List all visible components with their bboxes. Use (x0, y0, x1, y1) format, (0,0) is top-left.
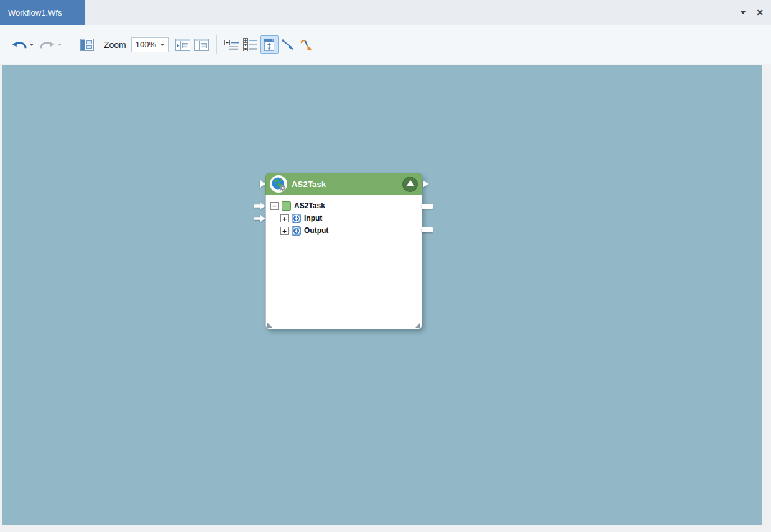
bar-connector-icon (422, 227, 433, 232)
close-icon[interactable]: ✕ (756, 8, 764, 17)
curved-connector-button[interactable] (297, 35, 316, 54)
resize-grip-bottom-right[interactable] (415, 323, 420, 328)
undo-icon (11, 39, 27, 50)
straight-connector-icon (280, 38, 295, 52)
node-body: − AS2Task + Input (265, 195, 422, 329)
bar-connector-icon (422, 204, 433, 209)
collapse-all-button[interactable] (223, 35, 241, 54)
tab-list-dropdown-icon[interactable] (740, 11, 746, 14)
arrow-right-icon (423, 180, 428, 188)
node-collapse-button[interactable] (402, 177, 418, 192)
collapse-expander-icon[interactable]: − (270, 202, 279, 210)
expand-all-button[interactable] (241, 35, 260, 54)
node-flow-out-port[interactable] (423, 180, 428, 188)
as2task-globe-gear-icon (270, 175, 287, 193)
expand-all-icon (243, 38, 258, 51)
panel-icon (194, 39, 209, 51)
tree-label[interactable]: Output (304, 226, 328, 235)
expand-expander-icon[interactable]: + (280, 214, 289, 222)
auto-size-button[interactable] (260, 35, 279, 54)
undo-button[interactable] (10, 35, 29, 54)
page-layout-icon (80, 39, 94, 51)
redo-button[interactable] (38, 35, 57, 54)
redo-icon (39, 39, 55, 50)
workflow-canvas[interactable]: AS2Task − AS2Task + (2, 65, 762, 525)
as2task-node[interactable]: AS2Task − AS2Task + (265, 173, 422, 329)
task-square-icon (282, 201, 291, 211)
as2task-input-port[interactable] (254, 203, 265, 209)
auto-size-icon (264, 38, 275, 52)
arrow-right-icon (260, 180, 265, 188)
zoom-dropdown-icon (160, 44, 164, 46)
zoom-value: 100% (136, 40, 156, 49)
tree-row-output[interactable]: + Output (266, 224, 422, 237)
undo-dropdown-icon[interactable] (30, 44, 34, 46)
zoom-label: Zoom (104, 40, 126, 50)
page-setup-button[interactable] (78, 35, 96, 54)
tab-workflow1[interactable]: Workflow1.Wfs (0, 0, 85, 25)
node-flow-in-port[interactable] (260, 180, 265, 188)
tree-row-input[interactable]: + Input (266, 212, 422, 224)
tree-row-as2task[interactable]: − AS2Task (266, 200, 422, 212)
input-row-port[interactable] (254, 215, 265, 222)
toolbar-separator (72, 35, 72, 54)
show-parameters-panel-button[interactable] (173, 35, 192, 54)
curved-connector-icon (299, 38, 314, 52)
straight-connector-button[interactable] (279, 35, 297, 54)
parameter-icon (292, 226, 301, 236)
output-row-port[interactable] (422, 227, 433, 232)
tab-bar-controls: ✕ (740, 0, 771, 25)
tree-label[interactable]: Input (304, 214, 322, 222)
toolbar-separator (216, 35, 217, 54)
expand-expander-icon[interactable]: + (280, 227, 289, 235)
panel-arrow-icon (175, 39, 190, 51)
zoom-select[interactable]: 100% (131, 37, 169, 52)
designer-toolbar: Zoom 100% (0, 25, 771, 64)
as2task-output-port[interactable] (422, 204, 433, 209)
parameter-icon (292, 214, 301, 223)
arrow-right-icon (254, 203, 265, 209)
redo-dropdown-icon[interactable] (58, 44, 62, 46)
node-header[interactable]: AS2Task (265, 173, 422, 195)
arrow-right-icon (254, 215, 265, 222)
tree-label[interactable]: AS2Task (294, 201, 325, 210)
document-tab-bar: Workflow1.Wfs ✕ (0, 0, 771, 25)
tab-title: Workflow1.Wfs (8, 8, 62, 17)
hide-parameters-panel-button[interactable] (192, 35, 211, 54)
collapse-all-icon (224, 39, 239, 51)
node-title: AS2Task (292, 180, 326, 189)
resize-grip-bottom-left[interactable] (267, 323, 272, 328)
canvas-frame: AS2Task − AS2Task + (0, 64, 771, 532)
triangle-up-icon (406, 180, 415, 186)
